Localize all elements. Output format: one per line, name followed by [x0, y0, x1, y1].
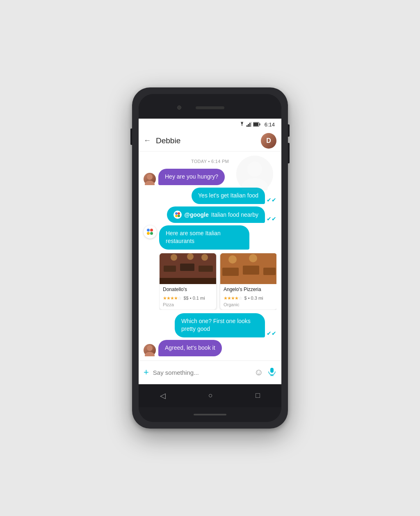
message-row: Which one? First one looks pretty good ✔…	[144, 313, 276, 337]
message-text: Yes let's get Italian food	[198, 192, 258, 199]
svg-point-16	[187, 253, 194, 260]
sender-avatar	[144, 173, 156, 185]
star-rating: ★★★★	[224, 296, 238, 300]
read-receipt: ✔✔	[267, 216, 276, 222]
card-info: Donatello's ★★★★☆ $$ • 0.1 mi Pizza	[160, 284, 216, 310]
google-mention-row: @google Italian food nearby ✔✔	[144, 206, 276, 223]
read-receipt: ✔✔	[267, 330, 276, 337]
status-time: 6:14	[265, 122, 275, 128]
restaurant-photo	[160, 253, 216, 284]
front-camera	[177, 105, 181, 110]
phone-device: 6:14 ← Debbie D TODAY • 6:14 PM	[132, 87, 288, 428]
svg-point-9	[147, 174, 153, 180]
phone-screen: 6:14 ← Debbie D TODAY • 6:14 PM	[139, 94, 281, 422]
svg-point-8	[242, 178, 268, 190]
message-input[interactable]	[153, 369, 250, 376]
message-text: Hey are you hungry?	[165, 173, 218, 180]
volume-down-button	[288, 143, 290, 163]
svg-rect-1	[248, 124, 249, 127]
svg-point-31	[145, 352, 155, 356]
svg-rect-18	[160, 278, 216, 284]
svg-point-30	[147, 345, 153, 351]
nav-bar: ◁ ○ □	[139, 384, 281, 407]
svg-rect-23	[263, 268, 276, 275]
input-area: + ☺	[139, 360, 281, 384]
back-nav-button[interactable]: ◁	[160, 391, 166, 400]
svg-rect-21	[222, 268, 239, 276]
status-bar: 6:14	[139, 119, 281, 130]
restaurant-card[interactable]: Donatello's ★★★★☆ $$ • 0.1 mi Pizza	[159, 253, 217, 310]
emoji-button[interactable]: ☺	[254, 367, 263, 378]
sender-avatar	[144, 344, 156, 356]
svg-point-17	[201, 254, 208, 261]
card-info: Angelo's Pizzeria ★★★★☆ $ • 0.3 mi Organ…	[220, 284, 276, 310]
signal-icons	[239, 122, 260, 127]
svg-point-10	[145, 181, 155, 185]
svg-point-7	[247, 162, 262, 177]
battery-icon	[253, 122, 260, 127]
restaurant-name: Donatello's	[163, 287, 213, 292]
screen-content: 6:14 ← Debbie D TODAY • 6:14 PM	[139, 119, 281, 384]
bottom-bezel	[139, 407, 281, 422]
svg-point-15	[171, 254, 177, 261]
star-rating: ★★★★	[163, 296, 178, 300]
price-distance: $ • 0.3 mi	[244, 296, 263, 300]
restaurant-type: Organic	[224, 302, 274, 307]
restaurant-cards: Donatello's ★★★★☆ $$ • 0.1 mi Pizza	[159, 253, 276, 310]
svg-point-24	[228, 255, 237, 264]
restaurant-card[interactable]: Angelo's Pizzeria ★★★★☆ $ • 0.3 mi Organ…	[220, 253, 276, 310]
svg-rect-14	[199, 266, 213, 272]
assistant-row: Here are some Italian restaurants	[144, 225, 276, 250]
avatar[interactable]: D	[261, 133, 276, 149]
svg-rect-3	[251, 122, 251, 127]
add-button[interactable]: +	[144, 367, 149, 378]
message-bubble: Agreed, let's book it	[158, 340, 222, 356]
svg-rect-2	[249, 123, 251, 127]
svg-rect-12	[164, 266, 176, 272]
app-bar: ← Debbie D	[139, 130, 281, 151]
restaurant-type: Pizza	[163, 302, 213, 307]
svg-rect-22	[243, 266, 259, 275]
message-bubble: Hey are you hungry?	[158, 169, 225, 185]
earpiece-speaker	[196, 106, 224, 109]
message-text: Which one? First one looks pretty good	[181, 318, 251, 333]
restaurant-rating: ★★★★☆ $ • 0.3 mi	[224, 294, 274, 301]
recent-nav-button[interactable]: □	[256, 391, 260, 400]
svg-rect-0	[247, 125, 248, 127]
message-text: Here are some Italian restaurants	[166, 230, 221, 245]
contact-name: Debbie	[156, 136, 256, 145]
volume-button	[130, 128, 132, 145]
price-distance: $$ • 0.1 mi	[183, 296, 205, 300]
google-handle: @google	[184, 211, 209, 218]
ghost-avatar-bg	[236, 156, 273, 193]
svg-rect-32	[270, 368, 274, 373]
chat-area: TODAY • 6:14 PM Hey are you hungry?	[139, 151, 281, 360]
google-query: Italian food nearby	[211, 211, 258, 218]
assistant-bubble: Here are some Italian restaurants	[159, 225, 249, 250]
message-bubble: Which one? First one looks pretty good	[175, 313, 265, 337]
svg-rect-13	[180, 264, 194, 271]
home-bar	[194, 414, 226, 415]
message-text: Agreed, let's book it	[165, 344, 215, 351]
home-nav-button[interactable]: ○	[208, 391, 213, 400]
signal-icon	[247, 122, 251, 127]
restaurant-name: Angelo's Pizzeria	[224, 287, 274, 292]
restaurant-photo	[220, 253, 276, 284]
restaurant-rating: ★★★★☆ $$ • 0.1 mi	[163, 294, 213, 301]
svg-point-25	[249, 254, 257, 262]
google-assistant-icon	[144, 225, 157, 239]
svg-rect-6	[253, 123, 258, 126]
google-mention-bubble: @google Italian food nearby	[167, 206, 265, 223]
mic-button[interactable]	[267, 367, 276, 378]
read-receipt: ✔✔	[267, 197, 276, 203]
svg-rect-5	[259, 124, 260, 126]
top-bezel	[139, 94, 281, 119]
wifi-icon	[239, 122, 245, 127]
back-button[interactable]: ←	[144, 136, 151, 145]
message-row: Agreed, let's book it	[144, 340, 276, 356]
google-assistant-icon-small	[173, 211, 182, 219]
power-button	[288, 124, 290, 137]
